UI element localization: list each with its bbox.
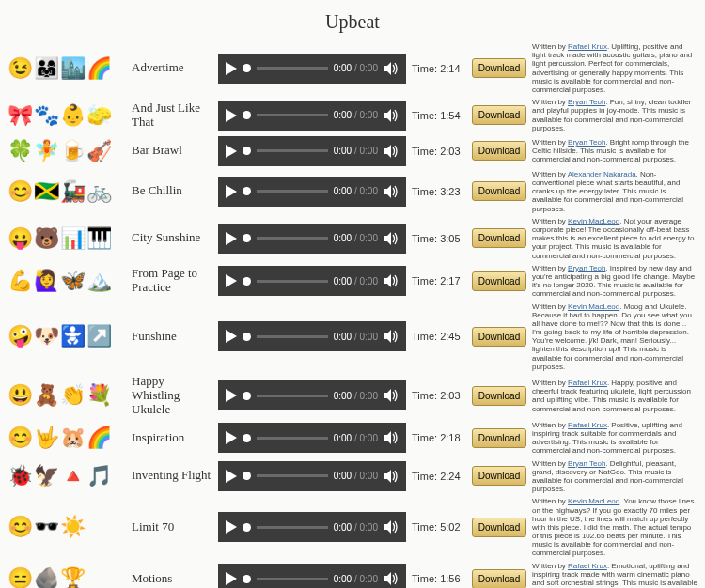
play-icon[interactable] <box>226 62 237 75</box>
author-link[interactable]: Bryan Teoh <box>568 98 605 106</box>
download-button[interactable]: Download <box>472 428 526 448</box>
play-icon[interactable] <box>226 274 237 287</box>
download-button[interactable]: Download <box>472 327 526 347</box>
audio-player[interactable]: 0:00 / 0:00 <box>218 321 406 351</box>
volume-icon[interactable] <box>384 145 399 158</box>
audio-player[interactable]: 0:00 / 0:00 <box>218 54 406 84</box>
play-icon[interactable] <box>226 470 237 483</box>
author-link[interactable]: Kevin MacLeod <box>568 497 619 505</box>
download-button[interactable]: Download <box>472 466 526 486</box>
volume-icon[interactable] <box>384 109 399 122</box>
audio-player[interactable]: 0:00 / 0:00 <box>218 512 406 542</box>
author-link[interactable]: Bryan Teoh <box>568 264 605 272</box>
author-link[interactable]: Rafael Krux <box>568 421 607 429</box>
track-description: Written by Rafael Krux. Positive, uplift… <box>532 421 697 456</box>
author-link[interactable]: Rafael Krux <box>568 42 607 51</box>
progress-bar[interactable] <box>257 114 328 116</box>
author-link[interactable]: Kevin MacLeod <box>568 302 619 311</box>
svg-marker-13 <box>384 330 391 343</box>
progress-bar[interactable] <box>257 395 328 397</box>
svg-marker-0 <box>226 62 237 75</box>
progress-handle[interactable] <box>243 523 251 532</box>
progress-bar[interactable] <box>257 67 328 70</box>
play-icon[interactable] <box>226 520 237 534</box>
progress-handle[interactable] <box>243 472 251 480</box>
volume-icon[interactable] <box>384 389 399 402</box>
play-icon[interactable] <box>226 389 237 402</box>
volume-icon[interactable] <box>384 431 399 444</box>
progress-handle[interactable] <box>243 111 251 119</box>
volume-icon[interactable] <box>384 185 399 198</box>
play-icon[interactable] <box>226 431 237 444</box>
audio-player[interactable]: 0:00 / 0:00 <box>218 423 406 453</box>
audio-player[interactable]: 0:00 / 0:00 <box>218 177 406 207</box>
author-link[interactable]: Bryan Teoh <box>568 138 605 147</box>
play-icon[interactable] <box>226 185 237 198</box>
track-description: Written by Bryan Teoh. Bright romp throu… <box>532 138 697 164</box>
volume-icon[interactable] <box>384 330 399 343</box>
svg-marker-1 <box>384 62 391 75</box>
audio-player[interactable]: 0:00 / 0:00 <box>218 136 406 166</box>
progress-bar[interactable] <box>257 335 328 338</box>
author-link[interactable]: Rafael Krux <box>568 379 607 387</box>
track-emojis: 🤪🐶🚼↗️ <box>8 324 126 348</box>
progress-handle[interactable] <box>243 333 251 341</box>
audio-player[interactable]: 0:00 / 0:00 <box>218 461 406 491</box>
play-icon[interactable] <box>226 572 237 585</box>
author-link[interactable]: Bryan Teoh <box>568 459 605 468</box>
audio-player[interactable]: 0:00 / 0:00 <box>218 380 406 410</box>
progress-bar[interactable] <box>257 526 328 529</box>
progress-bar[interactable] <box>257 149 328 152</box>
author-link[interactable]: Kevin MacLeod <box>568 217 619 225</box>
progress-bar[interactable] <box>257 578 328 580</box>
progress-handle[interactable] <box>243 234 251 242</box>
progress-handle[interactable] <box>243 64 251 72</box>
download-button[interactable]: Download <box>472 58 526 78</box>
track-title: Funshine <box>132 330 212 344</box>
progress-handle[interactable] <box>243 277 251 286</box>
progress-bar[interactable] <box>257 474 328 477</box>
play-icon[interactable] <box>226 145 237 158</box>
progress-handle[interactable] <box>243 147 251 155</box>
download-button[interactable]: Download <box>472 228 526 248</box>
play-icon[interactable] <box>226 330 237 343</box>
volume-icon[interactable] <box>384 572 399 585</box>
player-time: 0:00 / 0:00 <box>334 433 378 443</box>
download-button[interactable]: Download <box>472 105 526 125</box>
download-button[interactable]: Download <box>472 518 526 537</box>
progress-bar[interactable] <box>257 280 328 283</box>
volume-icon[interactable] <box>384 520 399 534</box>
progress-handle[interactable] <box>243 187 251 195</box>
audio-player[interactable]: 0:00 / 0:00 <box>218 101 406 131</box>
download-button[interactable]: Download <box>472 386 526 406</box>
track-title: And Just Like That <box>132 101 212 130</box>
progress-bar[interactable] <box>257 437 328 440</box>
progress-handle[interactable] <box>243 575 251 583</box>
svg-marker-2 <box>226 109 237 122</box>
download-button[interactable]: Download <box>472 141 526 161</box>
download-button[interactable]: Download <box>472 569 526 589</box>
author-link[interactable]: Rafael Krux <box>568 562 607 570</box>
download-button[interactable]: Download <box>472 181 526 201</box>
volume-icon[interactable] <box>384 232 399 245</box>
track-row: 😊🇯🇲🚂🚲Be Chillin0:00 / 0:00Time: 3:23Down… <box>8 170 697 213</box>
track-row: 😉👨‍👩‍👧🏙️🌈Advertime0:00 / 0:00Time: 2:14D… <box>8 42 697 94</box>
volume-icon[interactable] <box>384 274 399 287</box>
download-button[interactable]: Download <box>472 271 526 291</box>
progress-bar[interactable] <box>257 190 328 193</box>
audio-player[interactable]: 0:00 / 0:00 <box>218 564 406 588</box>
track-row: 😑🪨🏆Motions0:00 / 0:00Time: 1:56DownloadW… <box>8 562 697 588</box>
audio-player[interactable]: 0:00 / 0:00 <box>218 266 406 296</box>
track-duration: Time: 1:56 <box>412 573 466 584</box>
progress-handle[interactable] <box>243 434 251 442</box>
play-icon[interactable] <box>226 232 237 245</box>
volume-icon[interactable] <box>384 62 399 75</box>
author-link[interactable]: Alexander Nakarada <box>568 170 636 178</box>
volume-icon[interactable] <box>384 470 399 483</box>
progress-handle[interactable] <box>243 392 251 400</box>
track-title: From Page to Practice <box>132 267 212 295</box>
play-icon[interactable] <box>226 109 237 122</box>
track-emojis: 😃🧸👏💐 <box>8 383 126 408</box>
audio-player[interactable]: 0:00 / 0:00 <box>218 224 406 254</box>
progress-bar[interactable] <box>257 237 328 240</box>
